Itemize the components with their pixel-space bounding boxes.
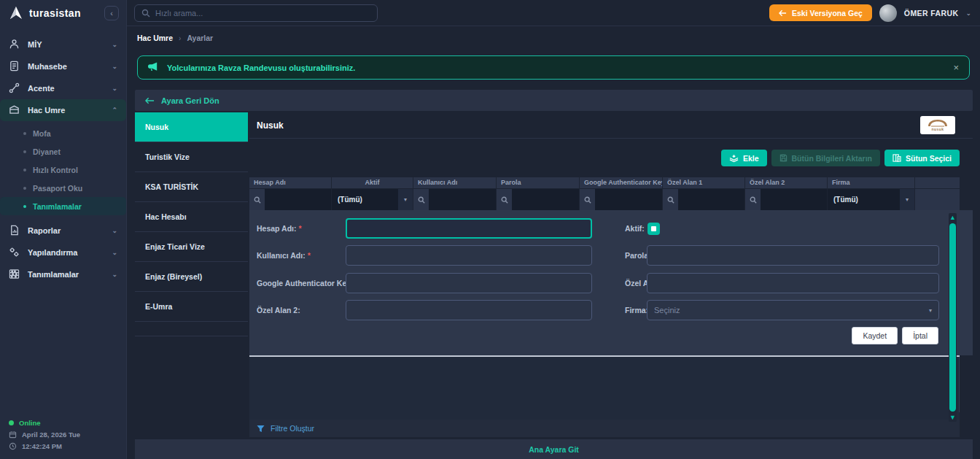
- announcement-text: Yolcularınıza Ravza Randevusu oluşturabi…: [167, 63, 355, 72]
- vertical-scrollbar[interactable]: ▲ ▼: [949, 213, 957, 422]
- data-grid: Hesap Adı Aktif Kullanıcı Adı Parola Goo…: [249, 177, 960, 210]
- tab-hac-hesabi[interactable]: Hac Hesabı: [135, 202, 248, 232]
- tab-enjaz-bireysel[interactable]: Enjaz (Bireysel): [135, 262, 248, 292]
- gears-icon: [9, 247, 20, 258]
- sidebar-item-miy[interactable]: MİY ⌄: [0, 34, 126, 55]
- column-chooser-icon: [892, 154, 901, 162]
- aktif-checkbox[interactable]: [648, 223, 660, 235]
- column-header-kullanici-adi[interactable]: Kullanıcı Adı: [413, 177, 497, 188]
- filter-cell-google-auth-key: [580, 189, 663, 210]
- date-status: April 28, 2026 Tue: [9, 428, 117, 440]
- column-header-ozel-alan-1[interactable]: Özel Alan 1: [663, 177, 745, 188]
- submenu-item-label: Tanımlamalar: [33, 202, 82, 211]
- chevron-down-icon[interactable]: ▾: [900, 189, 914, 210]
- filter-input-ozel-alan-2[interactable]: [761, 189, 827, 210]
- legacy-version-button[interactable]: Eski Versiyona Geç: [769, 4, 872, 21]
- search-icon: [497, 189, 512, 210]
- sidebar-item-raporlar[interactable]: Raporlar ⌄: [0, 220, 126, 242]
- empty-cell: [249, 398, 960, 406]
- search-icon: [580, 189, 595, 210]
- breadcrumb-page[interactable]: Ayarlar: [187, 34, 213, 42]
- column-header-aktif[interactable]: Aktif: [332, 177, 413, 188]
- scroll-up-icon[interactable]: ▲: [949, 213, 956, 222]
- chevron-down-icon[interactable]: ⌄: [965, 9, 971, 17]
- calendar-icon: [9, 431, 17, 439]
- tab-ksa-turistik[interactable]: KSA TURİSTİK: [135, 172, 248, 202]
- filter-input-google-auth-key[interactable]: [595, 189, 662, 210]
- ozel-alan-2-field[interactable]: [346, 300, 592, 320]
- sidebar-item-acente[interactable]: Acente ⌄: [0, 77, 126, 99]
- filter-select-aktif[interactable]: (Tümü): [332, 189, 398, 210]
- sidebar-item-label: Muhasebe: [28, 62, 67, 71]
- filter-cell-parola: [497, 189, 580, 210]
- edit-form: Hesap Adı:* Aktif: Kullanıcı Adı:* Parol…: [249, 210, 973, 355]
- filter-input-hesap-adi[interactable]: [265, 189, 331, 210]
- column-header-ozel-alan-2[interactable]: Özel Alan 2: [745, 177, 828, 188]
- route-icon: [9, 82, 20, 94]
- tab-enjaz-ticari-vize[interactable]: Enjaz Ticari Vize: [135, 232, 248, 262]
- megaphone-icon: [148, 61, 159, 74]
- parola-field[interactable]: [647, 245, 939, 266]
- save-button[interactable]: Kaydet: [852, 327, 898, 344]
- sidebar-item-yapilandirma[interactable]: Yapılandırma ⌄: [0, 242, 126, 263]
- add-button-label: Ekle: [743, 154, 759, 163]
- add-button[interactable]: Ekle: [721, 150, 767, 166]
- firma-select[interactable]: Seçiniz ▾: [647, 300, 939, 320]
- submenu-item-mofa[interactable]: Mofa: [0, 124, 126, 142]
- chevron-down-icon[interactable]: ▾: [398, 189, 413, 210]
- sidebar-item-tanimlamalar[interactable]: Tanımlamalar ⌄: [0, 263, 126, 285]
- arrow-left-icon: [145, 97, 155, 104]
- kullanici-adi-field[interactable]: [346, 245, 592, 266]
- aktif-label: Aktif:: [625, 218, 645, 239]
- hesap-adi-field[interactable]: [346, 218, 592, 239]
- main-settings-link[interactable]: Ana Ayara Git: [529, 445, 579, 454]
- column-header-hesap-adi[interactable]: Hesap Adı: [249, 177, 332, 188]
- global-search[interactable]: [134, 4, 378, 22]
- tab-turistik-vize[interactable]: Turistik Vize: [135, 142, 248, 172]
- panel-title: Nusuk: [257, 120, 284, 131]
- tabs-filler: [135, 322, 248, 336]
- close-icon[interactable]: ×: [953, 62, 959, 73]
- submenu-item-pasaport-oku[interactable]: Pasaport Oku: [0, 179, 126, 197]
- filter-input-parola[interactable]: [512, 189, 579, 210]
- tab-label: Nusuk: [145, 123, 168, 131]
- column-chooser-button[interactable]: Sütun Seçici: [884, 150, 960, 166]
- submenu-item-label: Pasaport Oku: [33, 184, 82, 193]
- user-menu[interactable]: ÖMER FARUK: [904, 9, 959, 18]
- sidebar-collapse-button[interactable]: ‹: [104, 6, 119, 20]
- tab-label: KSA TURİSTİK: [145, 182, 198, 191]
- ledger-icon: [9, 61, 20, 72]
- avatar[interactable]: [879, 4, 897, 22]
- cancel-button[interactable]: İptal: [902, 327, 938, 344]
- filter-select-firma[interactable]: (Tümü): [828, 189, 900, 210]
- sidebar-item-muhasebe[interactable]: Muhasebe ⌄: [0, 55, 126, 77]
- required-marker: *: [308, 251, 311, 260]
- submenu-item-hizli-kontrol[interactable]: Hızlı Kontrol: [0, 161, 126, 179]
- filter-input-kullanici-adi[interactable]: [429, 189, 496, 210]
- scroll-down-icon[interactable]: ▼: [949, 413, 956, 422]
- filter-input-ozel-alan-1[interactable]: [678, 189, 744, 210]
- column-header-firma[interactable]: Firma: [828, 177, 915, 188]
- breadcrumb-section[interactable]: Hac Umre: [137, 34, 173, 42]
- sidebar-item-hac-umre[interactable]: Hac Umre ⌃: [0, 99, 126, 121]
- ozel-alan-1-field[interactable]: [647, 273, 939, 293]
- submenu-item-tanimlamalar[interactable]: Tanımlamalar: [0, 197, 126, 215]
- tab-nusuk[interactable]: Nusuk: [135, 112, 248, 142]
- filter-builder-link[interactable]: Filtre Oluştur: [249, 420, 960, 437]
- google-auth-key-field[interactable]: [346, 273, 592, 293]
- submenu-item-diyanet[interactable]: Diyanet: [0, 142, 126, 161]
- sidebar-status: Online April 28, 2026 Tue 12:42:24 PM: [0, 411, 126, 459]
- search-input[interactable]: [155, 9, 370, 18]
- tab-e-umra[interactable]: E-Umra: [135, 292, 248, 322]
- kaaba-icon: [9, 104, 20, 116]
- column-header-google-auth-key[interactable]: Google Authenticator Key: [580, 177, 663, 188]
- transfer-all-button[interactable]: Bütün Bilgileri Aktarın: [771, 150, 880, 166]
- scrollbar-thumb[interactable]: [949, 223, 956, 412]
- back-to-settings-link[interactable]: Ayara Geri Dön: [135, 90, 973, 111]
- tab-label: E-Umra: [145, 302, 172, 311]
- column-header-parola[interactable]: Parola: [497, 177, 580, 188]
- sidebar-item-label: Acente: [28, 84, 55, 93]
- breadcrumb: Hac Umre › Ayarlar: [127, 26, 980, 50]
- empty-cell: [249, 378, 960, 385]
- form-buttons: Kaydet İptal: [852, 327, 938, 344]
